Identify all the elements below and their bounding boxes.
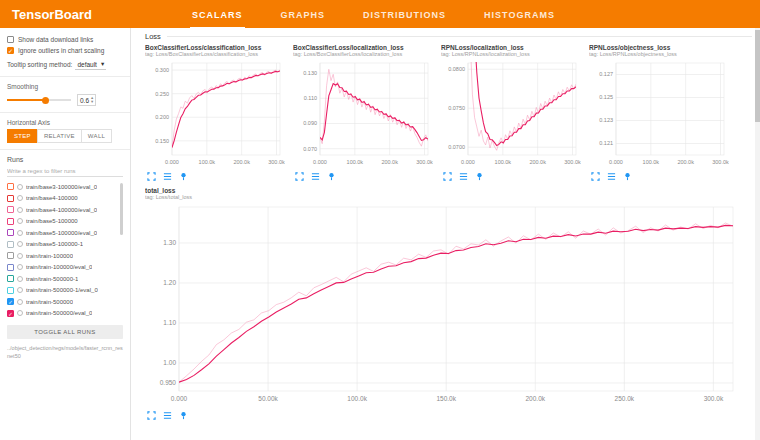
smoothing-slider[interactable] xyxy=(7,99,71,101)
run-label: train/train-500000-1/eval_0 xyxy=(26,287,98,293)
setting-show-download-links[interactable]: Show data download links xyxy=(7,36,123,43)
setting-ignore-outliers[interactable]: ✓ Ignore outliers in chart scaling xyxy=(7,47,123,54)
run-label: train/train-500000 xyxy=(26,299,73,305)
run-item[interactable]: train/base4-100000/eval_0 xyxy=(7,204,123,216)
slider-thumb[interactable] xyxy=(42,97,49,104)
run-item[interactable]: train/base3-100000/eval_0 xyxy=(7,181,123,193)
tab-histograms[interactable]: HISTOGRAMS xyxy=(482,0,557,29)
total-loss-chart[interactable]: 0.9501.001.101.201.300.00050.00k100.0k15… xyxy=(145,201,745,405)
pin-chart-icon[interactable] xyxy=(475,172,484,181)
app-logo: TensorBoard xyxy=(0,7,190,22)
run-label: train/base4-100000 xyxy=(26,195,78,201)
ignore-outliers-checkbox[interactable]: ✓ xyxy=(7,47,14,54)
isolate-run-icon[interactable] xyxy=(17,184,23,190)
divider xyxy=(0,149,130,150)
run-checkbox[interactable] xyxy=(7,287,14,294)
chart-card-objectness-loss: RPNLoss/objectness_loss tag: Loss/RPNLos… xyxy=(589,44,729,181)
chart-tag: tag: Loss/BoxClassifierLoss/localization… xyxy=(293,51,433,57)
run-list-scrollbar[interactable] xyxy=(120,183,123,235)
group-header-loss[interactable]: Loss xyxy=(145,32,752,41)
run-checkbox[interactable] xyxy=(7,252,14,259)
chart-data-icon[interactable] xyxy=(163,411,172,420)
toggle-all-runs-button[interactable]: TOGGLE ALL RUNS xyxy=(7,325,123,339)
expand-chart-icon[interactable] xyxy=(147,411,156,420)
axis-button-wall[interactable]: WALL xyxy=(81,129,112,143)
axis-button-relative[interactable]: RELATIVE xyxy=(37,129,82,143)
run-item[interactable]: ✓train/train-500000 xyxy=(7,296,123,308)
isolate-run-icon[interactable] xyxy=(17,195,23,201)
pin-chart-icon[interactable] xyxy=(623,172,632,181)
tab-distributions[interactable]: DISTRIBUTIONS xyxy=(361,0,448,29)
svg-text:0.300: 0.300 xyxy=(155,67,169,73)
run-checkbox[interactable] xyxy=(7,264,14,271)
run-item[interactable]: train/train-500000-1 xyxy=(7,273,123,285)
svg-text:200.0k: 200.0k xyxy=(677,159,694,165)
pin-chart-icon[interactable] xyxy=(327,172,336,181)
run-checkbox[interactable] xyxy=(7,183,14,190)
isolate-run-icon[interactable] xyxy=(17,241,23,247)
chart-data-icon[interactable] xyxy=(607,172,616,181)
run-item[interactable]: train/base4-100000 xyxy=(7,193,123,205)
axis-button-step[interactable]: STEP xyxy=(7,129,38,143)
isolate-run-icon[interactable] xyxy=(17,310,23,316)
isolate-run-icon[interactable] xyxy=(17,287,23,293)
isolate-run-icon[interactable] xyxy=(17,230,23,236)
svg-text:100.0k: 100.0k xyxy=(199,159,216,165)
run-checkbox[interactable] xyxy=(7,275,14,282)
run-checkbox[interactable] xyxy=(7,241,14,248)
run-checkbox[interactable] xyxy=(7,206,14,213)
download-links-checkbox[interactable] xyxy=(7,36,14,43)
svg-text:0.000: 0.000 xyxy=(461,159,475,165)
chart-data-icon[interactable] xyxy=(163,172,172,181)
chart-canvas[interactable]: 0.07000.07500.08000.000100.0k200.0k300.0… xyxy=(441,58,581,166)
run-item[interactable]: train/base5-100000/eval_0 xyxy=(7,227,123,239)
tab-graphs[interactable]: GRAPHS xyxy=(279,0,328,29)
isolate-run-icon[interactable] xyxy=(17,299,23,305)
expand-chart-icon[interactable] xyxy=(443,172,452,181)
tab-scalars[interactable]: SCALARS xyxy=(190,0,245,29)
run-item[interactable]: train/train-500000-1/eval_0 xyxy=(7,285,123,297)
svg-text:0.0800: 0.0800 xyxy=(448,66,465,72)
run-checkbox[interactable]: ✓ xyxy=(7,298,14,305)
svg-text:0.121: 0.121 xyxy=(599,140,613,146)
chart-canvas[interactable]: 0.0700.0900.1100.1300.000100.0k200.0k300… xyxy=(293,58,433,166)
chart-card-classification-loss: BoxClassifierLoss/classification_loss ta… xyxy=(145,44,285,181)
run-item[interactable]: train/train-100000 xyxy=(7,250,123,262)
run-checkbox[interactable] xyxy=(7,218,14,225)
run-item[interactable]: ✓train/train-500000/eval_0 xyxy=(7,308,123,320)
run-filter-input[interactable] xyxy=(7,166,123,177)
main-scrollbar[interactable] xyxy=(755,28,760,440)
chart-data-icon[interactable] xyxy=(459,172,468,181)
pin-chart-icon[interactable] xyxy=(179,172,188,181)
isolate-run-icon[interactable] xyxy=(17,276,23,282)
svg-text:300.0k: 300.0k xyxy=(416,159,433,165)
run-item[interactable]: train/base5-100000-1 xyxy=(7,239,123,251)
isolate-run-icon[interactable] xyxy=(17,253,23,259)
horizontal-axis-label: Horizontal Axis xyxy=(7,119,123,126)
run-label: train/base5-100000/eval_0 xyxy=(26,230,97,236)
svg-text:0.000: 0.000 xyxy=(313,159,327,165)
chart-tag: tag: Loss/BoxClassifierLoss/classificati… xyxy=(145,51,285,57)
run-label: train/train-500000/eval_0 xyxy=(26,310,92,316)
isolate-run-icon[interactable] xyxy=(17,218,23,224)
chart-data-icon[interactable] xyxy=(311,172,320,181)
pin-chart-icon[interactable] xyxy=(179,411,188,420)
chart-tag: tag: Loss/RPNLoss/objectness_loss xyxy=(589,51,729,57)
run-item[interactable]: train/train-100000/eval_0 xyxy=(7,262,123,274)
tooltip-sorting-dropdown[interactable]: default ▾ xyxy=(75,59,106,70)
scrollbar-thumb[interactable] xyxy=(755,30,760,122)
run-checkbox[interactable] xyxy=(7,195,14,202)
expand-chart-icon[interactable] xyxy=(295,172,304,181)
expand-chart-icon[interactable] xyxy=(591,172,600,181)
chart-canvas[interactable]: 0.1500.2000.2500.3000.000100.0k200.0k300… xyxy=(145,58,285,166)
smoothing-value-input[interactable]: 0.6 ▴▾ xyxy=(77,94,96,106)
isolate-run-icon[interactable] xyxy=(17,207,23,213)
svg-text:300.0k: 300.0k xyxy=(704,395,724,402)
run-checkbox[interactable]: ✓ xyxy=(7,310,14,317)
run-checkbox[interactable] xyxy=(7,229,14,236)
isolate-run-icon[interactable] xyxy=(17,264,23,270)
spinner-icon[interactable]: ▴▾ xyxy=(91,96,93,104)
expand-chart-icon[interactable] xyxy=(147,172,156,181)
run-item[interactable]: train/base5-100000 xyxy=(7,216,123,228)
chart-canvas[interactable]: 0.1210.1230.1250.1270.000100.0k200.0k300… xyxy=(589,58,729,166)
